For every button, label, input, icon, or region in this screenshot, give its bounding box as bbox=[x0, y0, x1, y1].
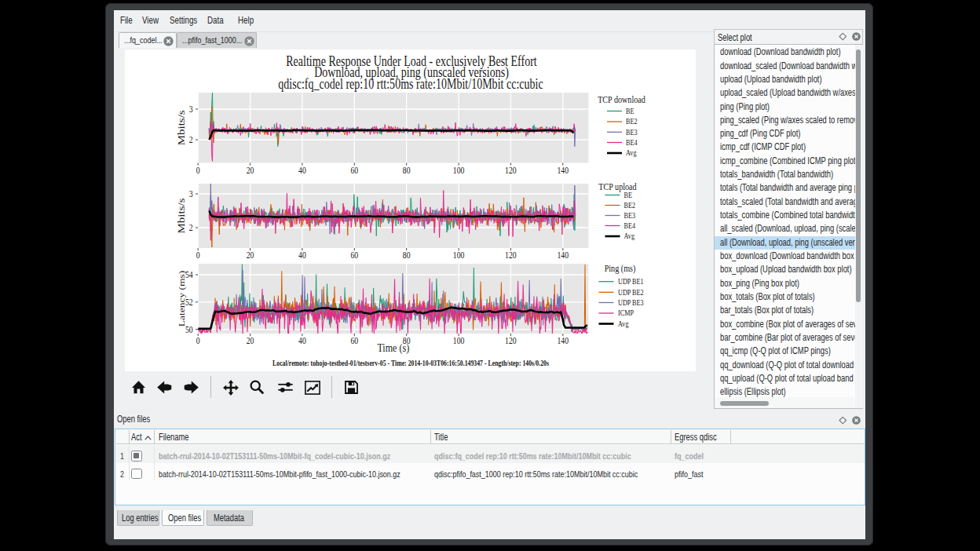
svg-text:0: 0 bbox=[196, 335, 200, 345]
svg-text:40: 40 bbox=[298, 165, 306, 175]
svg-text:UDP BE1: UDP BE1 bbox=[618, 277, 644, 286]
svg-text:Latency (ms): Latency (ms) bbox=[177, 271, 186, 327]
svg-text:60: 60 bbox=[350, 335, 358, 345]
svg-text:20: 20 bbox=[247, 165, 254, 175]
svg-text:Avg: Avg bbox=[618, 319, 629, 328]
svg-text:BE3: BE3 bbox=[624, 211, 636, 220]
svg-text:40: 40 bbox=[298, 250, 306, 260]
svg-text:0: 0 bbox=[196, 250, 200, 260]
svg-text:3: 3 bbox=[189, 104, 193, 114]
svg-text:BE4: BE4 bbox=[626, 138, 638, 147]
svg-text:BE2: BE2 bbox=[624, 201, 636, 210]
svg-text:52: 52 bbox=[185, 297, 193, 307]
svg-text:BE: BE bbox=[624, 191, 633, 199]
svg-text:Mbits/s: Mbits/s bbox=[176, 199, 186, 234]
svg-text:50: 50 bbox=[185, 323, 193, 334]
svg-text:Local/remote: tohojo-testbed-0: Local/remote: tohojo-testbed-01/testserv… bbox=[272, 359, 549, 367]
svg-text:140: 140 bbox=[558, 250, 569, 260]
svg-text:0: 0 bbox=[196, 165, 200, 175]
svg-text:80: 80 bbox=[403, 250, 411, 260]
svg-text:140: 140 bbox=[558, 335, 569, 345]
svg-text:3: 3 bbox=[189, 188, 193, 199]
svg-text:Time (s): Time (s) bbox=[377, 341, 409, 356]
svg-text:TCP download: TCP download bbox=[598, 94, 645, 105]
svg-text:ICMP: ICMP bbox=[618, 308, 634, 317]
svg-text:80: 80 bbox=[403, 165, 411, 175]
svg-text:BE4: BE4 bbox=[624, 221, 636, 230]
svg-text:qdisc:fq_codel rep:10 rtt:50ms: qdisc:fq_codel rep:10 rtt:50ms rate:10Mb… bbox=[278, 76, 543, 92]
svg-text:20: 20 bbox=[247, 250, 254, 260]
svg-text:120: 120 bbox=[505, 335, 517, 345]
svg-text:BE: BE bbox=[626, 107, 634, 115]
svg-text:120: 120 bbox=[505, 250, 517, 260]
svg-text:2: 2 bbox=[189, 222, 193, 232]
svg-text:100: 100 bbox=[453, 335, 465, 345]
svg-text:Mbits/s: Mbits/s bbox=[176, 110, 186, 145]
svg-text:BE2: BE2 bbox=[626, 117, 638, 126]
svg-text:60: 60 bbox=[350, 165, 358, 175]
svg-text:Avg: Avg bbox=[624, 232, 635, 240]
svg-text:100: 100 bbox=[453, 250, 465, 260]
svg-text:60: 60 bbox=[350, 250, 358, 260]
svg-text:140: 140 bbox=[558, 165, 569, 175]
svg-text:120: 120 bbox=[505, 165, 517, 175]
svg-text:UDP BE3: UDP BE3 bbox=[618, 298, 644, 307]
svg-text:2: 2 bbox=[189, 134, 193, 144]
svg-text:40: 40 bbox=[298, 335, 306, 345]
svg-text:Avg: Avg bbox=[626, 148, 637, 157]
svg-text:20: 20 bbox=[247, 335, 254, 345]
svg-text:54: 54 bbox=[185, 269, 193, 279]
svg-text:UDP BE2: UDP BE2 bbox=[618, 288, 644, 297]
svg-text:BE3: BE3 bbox=[626, 128, 638, 137]
svg-text:Ping (ms): Ping (ms) bbox=[605, 263, 636, 274]
svg-text:100: 100 bbox=[453, 165, 465, 175]
